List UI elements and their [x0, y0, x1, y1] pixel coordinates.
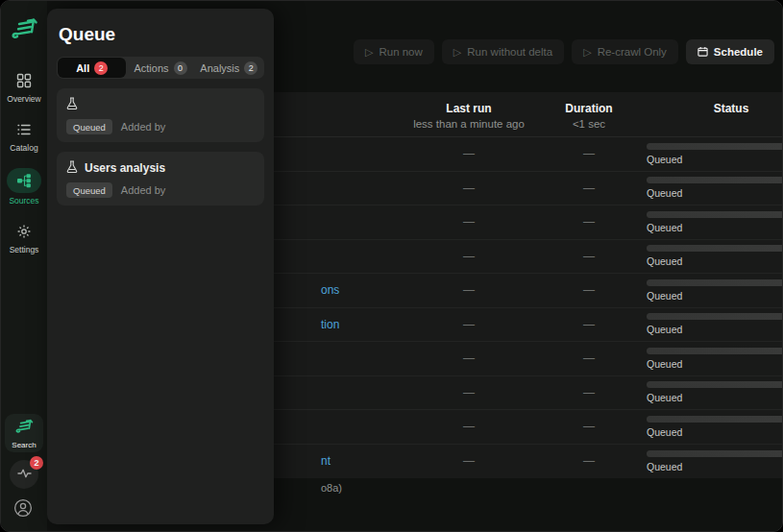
profile-button[interactable]: [13, 498, 35, 520]
row-duration: —: [531, 318, 647, 331]
sidebar-item-label: Catalog: [10, 143, 37, 153]
status-column-header: Status: [647, 92, 783, 136]
tab-all-label: All: [76, 62, 89, 74]
status-label: Queued: [647, 461, 783, 472]
row-last-run: —: [406, 351, 531, 365]
queue-item[interactable]: Queued Added by: [57, 88, 264, 142]
progress-bar: [647, 245, 783, 252]
row-status: Queued: [647, 381, 783, 403]
row-status: Queued: [647, 245, 783, 267]
row-status: Queued: [647, 143, 783, 165]
row-duration: —: [531, 147, 647, 160]
status-label: Queued: [647, 255, 783, 267]
progress-bar: [647, 211, 783, 218]
toolbar: ▷ Run now ▷ Run without delta ▷ Re-crawl…: [354, 39, 774, 64]
sidebar-item-overview[interactable]: Overview: [7, 70, 40, 104]
flask-icon: [66, 96, 78, 113]
run-without-delta-label: Run without delta: [467, 46, 552, 58]
activity-button[interactable]: 2: [10, 460, 38, 489]
row-last-run: —: [406, 181, 531, 195]
progress-bar: [647, 313, 783, 320]
partial-footer-text: o8a): [321, 482, 342, 494]
queue-tabs: All 2 Actions 0 Analysis 2: [57, 57, 264, 79]
sidebar: Overview Catalog Sources: [1, 1, 47, 531]
queue-item[interactable]: Users analysis Queued Added by: [57, 152, 264, 206]
tab-actions[interactable]: Actions 0: [126, 58, 194, 78]
play-icon: ▷: [453, 46, 461, 59]
progress-bar: [647, 143, 783, 150]
last-run-column-header: Last run less than a minute ago: [406, 92, 531, 136]
sidebar-item-label: Settings: [10, 245, 39, 254]
tab-all[interactable]: All 2: [58, 58, 126, 78]
search-logo-icon: [14, 417, 34, 440]
row-last-run: —: [406, 283, 531, 297]
play-icon: ▷: [365, 46, 373, 59]
run-without-delta-button[interactable]: ▷ Run without delta: [442, 39, 564, 64]
row-duration: —: [531, 215, 647, 229]
search-button[interactable]: Search: [5, 414, 43, 452]
row-duration: —: [531, 386, 647, 399]
status-label: Queued: [647, 392, 783, 403]
queue-panel: Queue All 2 Actions 0 Analysis 2: [47, 9, 274, 524]
queue-panel-title: Queue: [59, 24, 264, 45]
app-logo-icon: [10, 14, 38, 43]
row-duration: —: [531, 420, 647, 433]
tab-analysis-label: Analysis: [200, 62, 239, 74]
duration-header-label: Duration: [531, 102, 647, 115]
status-label: Queued: [647, 154, 783, 165]
row-status: Queued: [647, 313, 783, 335]
duration-column-header: Duration <1 sec: [531, 92, 647, 136]
row-last-run: —: [406, 215, 531, 229]
row-duration: —: [531, 181, 647, 195]
row-duration: —: [531, 454, 647, 468]
sidebar-item-sources[interactable]: Sources: [7, 168, 41, 206]
row-last-run: —: [406, 386, 531, 399]
progress-bar: [647, 381, 783, 388]
row-duration: —: [531, 250, 647, 263]
progress-bar: [647, 450, 783, 457]
status-label: Queued: [647, 222, 783, 233]
row-status: Queued: [647, 416, 783, 438]
status-header-label: Status: [647, 102, 783, 115]
row-status: Queued: [647, 348, 783, 370]
schedule-button[interactable]: Schedule: [686, 39, 774, 64]
queue-item-title: Users analysis: [85, 161, 165, 175]
sidebar-item-settings[interactable]: Settings: [10, 221, 39, 254]
row-duration: —: [531, 283, 647, 297]
search-label: Search: [12, 441, 36, 449]
progress-bar: [647, 177, 783, 183]
added-by-label: Added by: [121, 184, 165, 196]
run-now-button[interactable]: ▷ Run now: [354, 39, 434, 64]
sidebar-item-catalog[interactable]: Catalog: [10, 119, 37, 153]
activity-pulse-icon: [17, 466, 32, 483]
row-last-run: —: [406, 147, 531, 160]
queued-badge: Queued: [66, 182, 112, 198]
tab-all-count-badge: 2: [94, 61, 108, 75]
row-duration: —: [531, 351, 647, 365]
tab-analysis[interactable]: Analysis 2: [195, 58, 263, 78]
progress-bar: [647, 416, 783, 423]
sidebar-item-label: Overview: [7, 94, 40, 104]
recrawl-only-button[interactable]: ▷ Re-crawl Only: [572, 39, 678, 64]
duration-summary: <1 sec: [531, 118, 647, 130]
last-run-header-label: Last run: [406, 102, 531, 115]
row-status: Queued: [647, 211, 783, 233]
list-icon: [12, 119, 37, 140]
row-last-run: —: [406, 420, 531, 433]
row-status: Queued: [647, 279, 783, 302]
status-label: Queued: [647, 187, 783, 199]
gear-icon: [12, 221, 37, 242]
status-label: Queued: [647, 426, 783, 438]
play-icon: ▷: [583, 46, 591, 59]
progress-bar: [647, 279, 783, 286]
status-label: Queued: [647, 290, 783, 302]
sidebar-item-label: Sources: [9, 196, 38, 206]
status-label: Queued: [647, 324, 783, 335]
recrawl-only-label: Re-crawl Only: [598, 46, 667, 58]
notification-badge: 2: [30, 456, 43, 470]
status-label: Queued: [647, 358, 783, 370]
app-window: ▷ Run now ▷ Run without delta ▷ Re-crawl…: [0, 0, 783, 532]
row-last-run: —: [406, 318, 531, 331]
queued-badge: Queued: [66, 119, 112, 134]
progress-bar: [647, 348, 783, 354]
